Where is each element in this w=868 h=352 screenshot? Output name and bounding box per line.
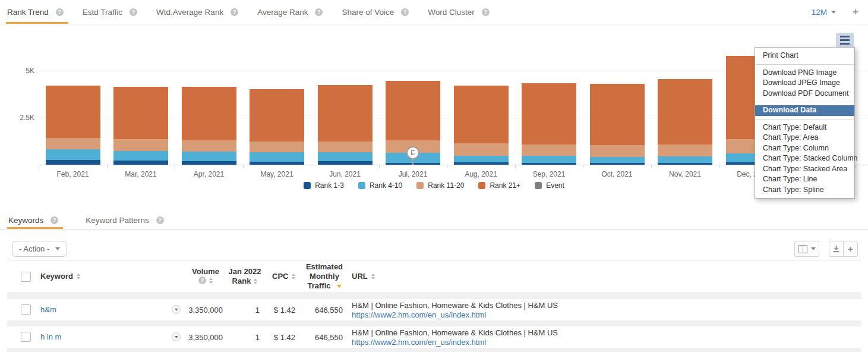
bar-segment-rank-21-[interactable] (386, 81, 440, 140)
bar-segment-rank-1-3[interactable] (318, 161, 373, 165)
bar-segment-rank-1-3[interactable] (522, 163, 576, 165)
bar-segment-rank-1-3[interactable] (182, 161, 236, 165)
help-icon[interactable]: ? (231, 8, 238, 16)
x-axis-tick (243, 165, 244, 168)
help-icon[interactable]: ? (198, 276, 206, 284)
bar-segment-rank-1-3[interactable] (454, 162, 509, 165)
bar-segment-rank-11-20[interactable] (318, 142, 373, 152)
bar-segment-rank-4-10[interactable] (318, 152, 373, 161)
bar-segment-rank-1-3[interactable] (46, 160, 100, 165)
bar-segment-rank-4-10[interactable] (658, 156, 712, 163)
tab-rank-trend[interactable]: Rank Trend ? (6, 0, 68, 24)
menu-item[interactable]: Chart Type: Line (755, 174, 854, 185)
help-icon[interactable]: ? (482, 8, 490, 16)
bar-segment-rank-1-3[interactable] (250, 162, 304, 165)
bar-segment-rank-4-10[interactable] (590, 157, 645, 163)
add-keyword-button[interactable]: + (843, 241, 858, 257)
menu-item[interactable]: Chart Type: Stacked Column (755, 153, 854, 164)
tab-average-rank[interactable]: Average Rank ? (256, 0, 327, 24)
bar-segment-rank-11-20[interactable] (522, 144, 576, 156)
bar-segment-rank-11-20[interactable] (590, 145, 645, 157)
tab-share-of-voice[interactable]: Share of Voice ? (340, 0, 414, 24)
bar-segment-rank-11-20[interactable] (658, 144, 712, 157)
legend-item[interactable]: Rank 21+ (478, 181, 520, 190)
tab-estd-traffic[interactable]: Estd Traffic ? (81, 0, 142, 24)
column-settings-button[interactable] (794, 241, 819, 257)
help-icon[interactable]: ? (315, 8, 323, 16)
help-icon[interactable]: ? (130, 8, 137, 16)
url-link[interactable]: https://www2.hm.com/en_us/index.html (352, 310, 558, 320)
bar-segment-rank-11-20[interactable] (46, 138, 100, 149)
tab-wtd-average-rank[interactable]: Wtd.Average Rank ? (155, 0, 243, 24)
menu-item[interactable]: Download PNG Image (755, 68, 854, 78)
legend-item[interactable]: Rank 4-10 (358, 181, 402, 190)
tab-keywords[interactable]: Keywords ? (7, 211, 63, 229)
keyword-link[interactable]: h&m (40, 305, 56, 314)
select-all-checkbox[interactable] (21, 272, 31, 282)
column-header-cpc[interactable]: CPC (272, 272, 295, 281)
legend-label: Rank 11-20 (428, 181, 464, 190)
plus-icon: + (848, 244, 853, 253)
menu-item[interactable]: Print Chart (755, 51, 854, 61)
menu-item[interactable]: Chart Type: Stacked Area (755, 164, 854, 175)
bar-segment-rank-11-20[interactable] (250, 142, 304, 152)
url-link[interactable]: https://www2.hm.com/en_us/index.html (352, 338, 558, 347)
bar-segment-rank-21-[interactable] (522, 83, 576, 144)
menu-item-selected[interactable]: Download Data (755, 105, 854, 116)
add-panel-icon[interactable]: + (853, 6, 858, 18)
x-axis-label: Nov, 2021 (651, 170, 719, 178)
bar-segment-rank-21-[interactable] (658, 79, 712, 144)
bar-segment-rank-1-3[interactable] (658, 163, 712, 165)
help-icon[interactable]: ? (156, 216, 164, 224)
chart-context-menu-button[interactable] (836, 33, 854, 48)
bar-segment-rank-21-[interactable] (250, 89, 304, 142)
event-marker[interactable]: E (406, 146, 419, 159)
sort-icon (254, 278, 257, 284)
action-dropdown[interactable]: - Action - (12, 241, 67, 257)
bar-segment-rank-4-10[interactable] (46, 149, 100, 160)
x-axis-line (39, 165, 868, 165)
bar-segment-rank-21-[interactable] (182, 87, 236, 140)
bar-segment-rank-21-[interactable] (590, 84, 645, 146)
column-header-estimated-monthly-traffic[interactable]: Estimated Monthly Traffic (301, 262, 348, 291)
legend-item[interactable]: Rank 11-20 (416, 181, 464, 190)
column-header-keyword[interactable]: Keyword (40, 272, 80, 281)
menu-item[interactable]: Chart Type: Column (755, 143, 854, 154)
legend-item[interactable]: Rank 1-3 (304, 181, 344, 190)
column-header-url[interactable]: URL (352, 272, 375, 281)
bar-segment-rank-21-[interactable] (318, 85, 373, 141)
export-button[interactable] (829, 241, 844, 257)
tab-word-cluster[interactable]: Word Cluster ? (427, 0, 494, 24)
bar-segment-rank-21-[interactable] (113, 87, 168, 139)
menu-item[interactable]: Chart Type: Spline (755, 185, 854, 196)
bar-segment-rank-1-3[interactable] (590, 163, 645, 165)
help-icon[interactable]: ? (401, 8, 409, 16)
bar-segment-rank-4-10[interactable] (522, 156, 576, 163)
menu-item[interactable]: Download PDF Document (755, 89, 854, 99)
help-icon[interactable]: ? (56, 8, 64, 16)
period-selector[interactable]: 12M (812, 8, 836, 17)
row-checkbox[interactable] (21, 332, 31, 342)
keyword-link[interactable]: h in m (40, 332, 61, 341)
help-icon[interactable]: ? (50, 216, 58, 224)
legend-swatch (416, 182, 424, 189)
bar-segment-rank-4-10[interactable] (250, 152, 304, 161)
bar-segment-rank-21-[interactable] (454, 86, 509, 144)
menu-item[interactable]: Chart Type: Default (755, 122, 854, 133)
bar-segment-rank-11-20[interactable] (113, 139, 168, 151)
rank-tracker-page: Rank Trend ? Estd Traffic ? Wtd.Average … (0, 0, 868, 352)
bar-segment-rank-4-10[interactable] (113, 151, 168, 161)
tab-label: Word Cluster (428, 8, 475, 17)
row-checkbox[interactable] (21, 304, 31, 315)
column-header-jan-2022-rank[interactable]: Jan 2022 Rank (221, 267, 269, 286)
bar-segment-rank-11-20[interactable] (182, 140, 236, 152)
bar-segment-rank-1-3[interactable] (113, 161, 168, 165)
bar-segment-rank-4-10[interactable] (454, 156, 509, 162)
bar-segment-rank-21-[interactable] (46, 86, 100, 139)
tab-keyword-patterns[interactable]: Keyword Patterns ? (84, 211, 169, 229)
legend-item[interactable]: Event (535, 181, 564, 190)
bar-segment-rank-11-20[interactable] (454, 143, 509, 156)
bar-segment-rank-4-10[interactable] (182, 152, 236, 161)
menu-item[interactable]: Download JPEG Image (755, 78, 854, 89)
menu-item[interactable]: Chart Type: Area (755, 133, 854, 143)
